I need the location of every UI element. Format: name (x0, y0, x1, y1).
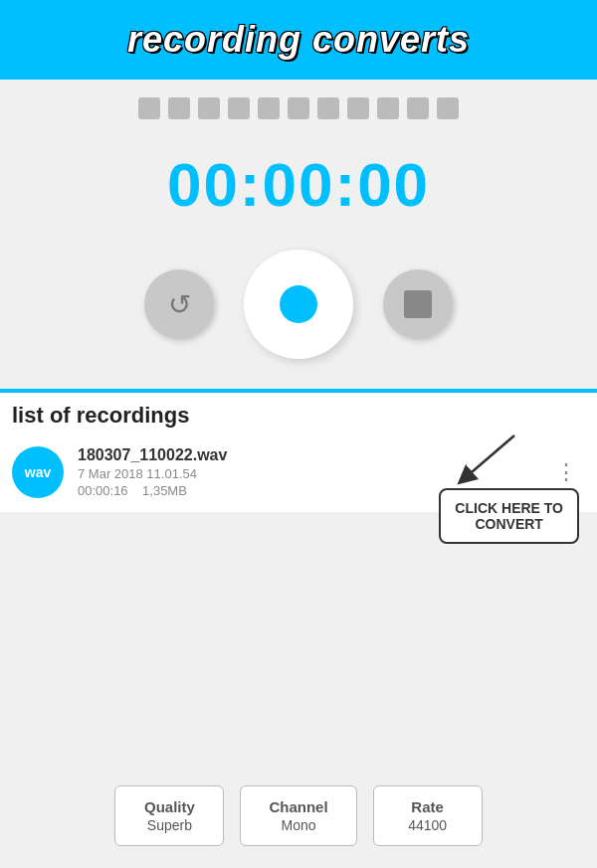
list-section: list of recordings wav 180307_110022.wav… (0, 393, 597, 512)
bottom-bar: Quality Superb Channel Mono Rate 44100 (0, 768, 597, 868)
stop-button[interactable] (383, 269, 453, 339)
app-title: recording converts (127, 19, 470, 61)
timer-section: 00:00:00 (0, 129, 597, 230)
timer-display: 00:00:00 (167, 149, 430, 220)
tooltip-container: CLICK HERE TOCONVERT (439, 488, 579, 544)
channel-option[interactable]: Channel Mono (240, 785, 356, 846)
dot-1 (138, 97, 160, 119)
dot-7 (317, 97, 339, 119)
table-row: wav 180307_110022.wav 7 Mar 2018 11.01.5… (12, 438, 585, 506)
rate-label: Rate (402, 798, 454, 815)
header: recording converts (0, 0, 597, 80)
empty-area (0, 512, 597, 731)
controls-section: ↺ (0, 230, 597, 389)
dot-3 (198, 97, 220, 119)
list-title: list of recordings (12, 403, 585, 429)
tooltip-box[interactable]: CLICK HERE TOCONVERT (439, 488, 579, 544)
recording-duration: 00:00:16 (78, 483, 128, 498)
rate-option[interactable]: Rate 44100 (373, 785, 483, 846)
svg-line-0 (465, 435, 514, 478)
progress-dots (0, 80, 597, 129)
more-options-button[interactable]: ⋮ (547, 455, 585, 489)
quality-value: Superb (143, 817, 195, 833)
rewind-icon: ↺ (168, 288, 191, 321)
dot-11 (437, 97, 459, 119)
rate-value: 44100 (402, 817, 454, 833)
dot-2 (168, 97, 190, 119)
record-dot-icon (280, 285, 317, 323)
dot-10 (407, 97, 429, 119)
tooltip-arrow-icon (445, 431, 524, 480)
tooltip-text: CLICK HERE TOCONVERT (455, 500, 563, 532)
dot-5 (258, 97, 280, 119)
format-badge: wav (12, 446, 64, 498)
quality-label: Quality (143, 798, 195, 815)
channel-label: Channel (269, 798, 327, 815)
dot-9 (377, 97, 399, 119)
rewind-button[interactable]: ↺ (144, 269, 214, 339)
dot-4 (228, 97, 250, 119)
stop-square-icon (404, 290, 432, 318)
quality-option[interactable]: Quality Superb (114, 785, 224, 846)
record-button[interactable] (244, 250, 353, 359)
dot-6 (288, 97, 309, 119)
channel-value: Mono (269, 817, 327, 833)
dot-8 (347, 97, 369, 119)
recording-size: 1,35MB (142, 483, 187, 498)
